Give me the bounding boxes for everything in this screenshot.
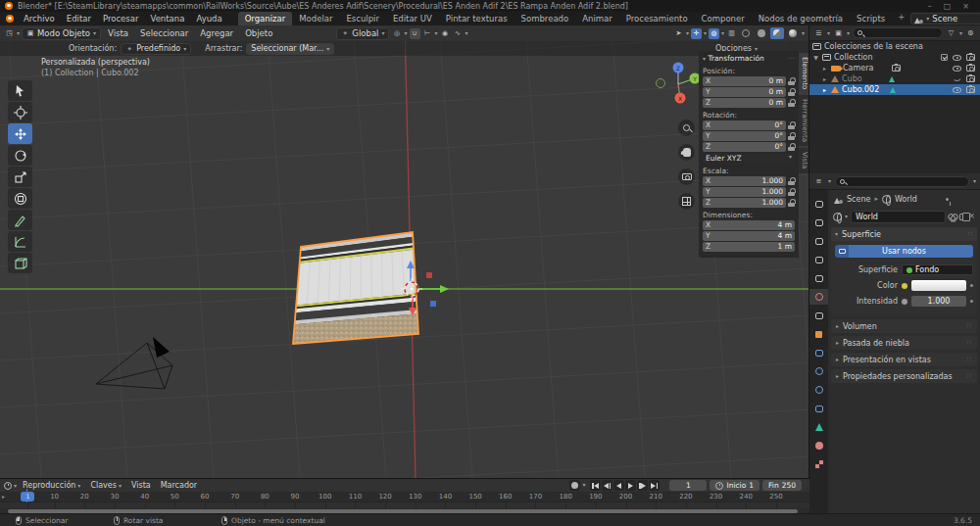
workspace-tab-esculpir[interactable]: Esculpir [339, 12, 385, 25]
shading-material-button[interactable] [770, 27, 784, 39]
workspace-tab-modelar[interactable]: Modelar [292, 12, 339, 25]
render-visibility-icon[interactable] [966, 65, 975, 72]
maximize-button[interactable]: □ [944, 2, 952, 11]
outliner-row-cubo-002[interactable]: ▸ Cubo.002 [809, 84, 980, 95]
disclosure-icon[interactable]: ▸ [821, 65, 828, 72]
outliner-options-icon[interactable]: ⚙ [965, 27, 976, 38]
tool-add-cube-button[interactable] [8, 253, 32, 273]
menu-agregar[interactable]: Agregar [195, 28, 238, 38]
world-browse-icon[interactable] [833, 213, 842, 221]
outliner-search-input[interactable] [853, 27, 943, 38]
workspace-tab-animar[interactable]: Animar [575, 12, 619, 25]
ortho-toggle-button[interactable] [678, 193, 695, 210]
eye-icon[interactable] [953, 87, 961, 93]
properties-tab-collection[interactable] [809, 308, 828, 323]
properties-tab-world[interactable] [809, 289, 828, 305]
timeline-frames-strip[interactable] [0, 502, 809, 508]
render-visibility-icon[interactable] [966, 86, 975, 93]
animate-dot-icon[interactable] [970, 284, 973, 287]
panel-volumen[interactable]: ▸Volumen∷ [831, 319, 977, 333]
workspace-tab-scripts[interactable]: Scripts [850, 12, 892, 25]
pin-icon[interactable] [946, 198, 949, 201]
disclosure-icon[interactable]: ▸ [821, 75, 828, 82]
scale-y-field[interactable]: Y1.000 [703, 187, 786, 197]
properties-tab-texture[interactable] [809, 456, 828, 472]
position-y-field[interactable]: Y0 m [703, 87, 786, 97]
scale-z-field[interactable]: Z1.000 [703, 198, 786, 208]
properties-search-input[interactable] [835, 176, 969, 187]
render-visibility-icon[interactable] [966, 54, 975, 61]
exclude-checkbox[interactable] [941, 54, 948, 61]
properties-tab-render[interactable] [809, 215, 828, 230]
snap-toggle[interactable]: ∪ [410, 28, 420, 39]
lock-icon[interactable] [788, 143, 795, 151]
surface-panel-header[interactable]: ▾ Superficie ∷ [831, 227, 977, 241]
dimensions-x-field[interactable]: X4 m [703, 220, 795, 230]
pan-button[interactable] [678, 144, 695, 161]
snap-target-dropdown[interactable]: ⊢ [422, 28, 433, 39]
new-collection-dropdown[interactable]: ▣ [833, 27, 844, 38]
drag-mode-dropdown[interactable]: Seleccionar (Mar... ▾ [246, 43, 334, 55]
panel-presentacion-en-vistas[interactable]: ▸Presentación en vistas∷ [831, 353, 977, 366]
workspace-tab-nodos-geometria[interactable]: Nodos de geometría [752, 12, 850, 25]
workspace-tab-componer[interactable]: Componer [695, 12, 752, 25]
outliner-row-camera[interactable]: ▸ Camera [809, 63, 980, 73]
properties-tab-tool[interactable] [809, 196, 828, 212]
menu-editar[interactable]: Editar [61, 12, 97, 25]
tool-rotate-button[interactable] [8, 145, 32, 166]
lock-icon[interactable] [788, 77, 795, 85]
prev-keyframe-button[interactable] [602, 480, 612, 491]
breadcrumb-world[interactable]: World [895, 195, 917, 204]
workspace-tab-sombreado[interactable]: Sombreado [514, 12, 576, 25]
close-button[interactable]: × [962, 2, 969, 11]
menu-archivo[interactable]: Archivo [18, 12, 61, 25]
workspace-tab-pintar-texturas[interactable]: Pintar texturas [439, 12, 514, 25]
menu-procesar[interactable]: Procesar [97, 12, 145, 25]
lock-icon[interactable] [788, 99, 795, 107]
jump-to-end-button[interactable] [649, 480, 660, 491]
properties-tab-scene[interactable] [809, 270, 828, 286]
properties-tab-output[interactable] [809, 233, 828, 249]
lock-icon[interactable] [788, 199, 795, 207]
shading-rendered-button[interactable] [786, 27, 800, 39]
axis-neg-ball[interactable] [657, 79, 665, 88]
editor-type-icon[interactable]: ≡ [813, 176, 824, 187]
use-nodes-button[interactable]: Usar nodos [835, 245, 973, 258]
record-button[interactable] [569, 480, 580, 491]
tool-transform-button[interactable] [8, 188, 32, 209]
workspace-tab-procesamiento[interactable]: Procesamiento [619, 12, 695, 25]
properties-tab-particles[interactable] [809, 363, 828, 379]
editor-type-clock-icon[interactable] [4, 482, 12, 490]
overlays-toggle[interactable]: ◍ [709, 28, 719, 39]
menu-marcador[interactable]: Marcador [157, 481, 201, 490]
workspace-tab-editar-uv[interactable]: Editar UV [386, 12, 439, 25]
world-name-field[interactable]: World [851, 211, 946, 223]
rotation-y-field[interactable]: Y0° [703, 131, 786, 141]
position-z-field[interactable]: Z0 m [703, 98, 786, 108]
properties-tab-object-data[interactable] [809, 419, 828, 435]
eye-icon[interactable] [953, 55, 961, 61]
properties-tab-constraints[interactable] [809, 401, 828, 416]
rotation-z-field[interactable]: Z0° [703, 142, 786, 152]
properties-tab-physics[interactable] [809, 382, 828, 398]
dimensions-z-field[interactable]: Z1 m [703, 242, 795, 252]
pivot-point-dropdown[interactable]: ◎ [391, 28, 402, 39]
breadcrumb-scene[interactable]: Scene [847, 195, 870, 204]
current-frame-field[interactable]: 1 [669, 480, 707, 491]
next-keyframe-button[interactable] [637, 480, 648, 491]
lock-icon[interactable] [788, 188, 795, 196]
rotation-x-field[interactable]: X0° [703, 120, 786, 130]
menu-claves[interactable]: Claves▾ [86, 481, 125, 490]
filter-dropdown[interactable]: ▽ [946, 27, 956, 38]
lock-icon[interactable] [788, 88, 795, 96]
add-workspace-button[interactable]: + [892, 12, 910, 25]
shading-solid-button[interactable] [755, 27, 768, 39]
lock-icon[interactable] [788, 132, 795, 140]
menu-vista[interactable]: Vista [103, 28, 133, 38]
disclosure-icon[interactable]: ▸ [821, 86, 828, 93]
menu-vista-timeline[interactable]: Vista [127, 481, 155, 490]
surface-shader-dropdown[interactable]: Fondo [902, 264, 973, 275]
workspace-tab-organizar[interactable]: Organizar [238, 12, 293, 25]
play-reverse-button[interactable] [613, 480, 624, 491]
display-mode-dropdown[interactable]: ☰ [813, 27, 824, 38]
